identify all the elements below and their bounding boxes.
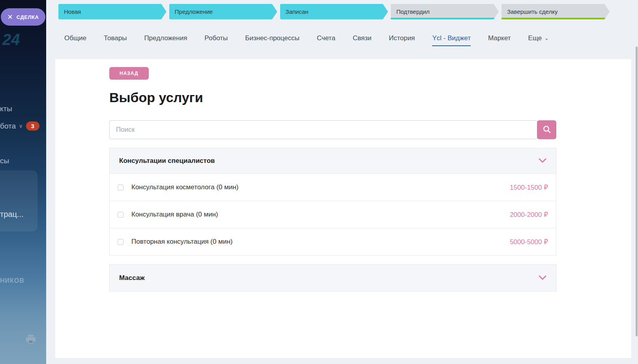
tab-robots[interactable]: Роботы bbox=[204, 34, 228, 44]
tab-ycl-widget[interactable]: Ycl - Виджет bbox=[432, 34, 471, 46]
sidebar-item-employees: НИКОВ bbox=[0, 277, 24, 284]
service-name: Повторная консультация (0 мин) bbox=[131, 238, 510, 246]
category-massage: Массаж bbox=[109, 264, 556, 291]
sidebar-item-work[interactable]: бота ∨ 3 bbox=[0, 121, 39, 131]
stage-offer[interactable]: Предложение bbox=[169, 4, 277, 19]
category-header[interactable]: Массаж bbox=[110, 265, 556, 291]
service-checkbox[interactable] bbox=[118, 239, 123, 245]
chevron-down-icon: ∨ bbox=[19, 123, 23, 129]
stage-label: Предложение bbox=[175, 8, 213, 15]
back-button[interactable]: НАЗАД bbox=[109, 67, 149, 80]
stage-close-deal[interactable]: Завершить сделку bbox=[501, 4, 610, 19]
tab-links[interactable]: Связи bbox=[353, 34, 372, 44]
sidebar-panel[interactable]: трац... bbox=[0, 170, 37, 231]
tab-history[interactable]: История bbox=[389, 34, 415, 44]
notification-badge: 3 bbox=[26, 121, 39, 131]
search-input[interactable] bbox=[109, 120, 537, 139]
service-price: 5000-5000 ₽ bbox=[510, 238, 548, 246]
app-sidebar: 24 кты бота ∨ 3 сы трац... НИКОВ bbox=[0, 0, 46, 364]
stage-color-indicator bbox=[501, 18, 610, 19]
category-title: Массаж bbox=[119, 274, 144, 282]
stage-label: Новая bbox=[64, 8, 81, 15]
tab-invoices[interactable]: Счета bbox=[317, 34, 335, 44]
tab-products[interactable]: Товары bbox=[104, 34, 127, 44]
search-icon bbox=[543, 125, 551, 135]
deal-slider-badge[interactable]: ✕ СДЕЛКА bbox=[1, 8, 45, 26]
tab-quotes[interactable]: Предложения bbox=[144, 34, 187, 44]
service-name: Консультация врача (0 мин) bbox=[131, 211, 510, 218]
vertical-scrollbar[interactable] bbox=[636, 47, 638, 336]
deal-badge-label: СДЕЛКА bbox=[17, 14, 39, 20]
search-button[interactable] bbox=[537, 120, 556, 139]
stage-new[interactable]: Новая bbox=[58, 4, 167, 19]
stage-label: Записан bbox=[286, 8, 309, 15]
category-header[interactable]: Консультации специалистов bbox=[110, 148, 556, 174]
tab-general[interactable]: Общие bbox=[64, 34, 86, 44]
service-price: 2000-2000 ₽ bbox=[510, 211, 548, 219]
stage-confirmed[interactable]: Подтвердил bbox=[391, 4, 499, 19]
bitrix-logo: 24 bbox=[2, 31, 20, 49]
sidebar-item-migration: трац... bbox=[0, 210, 24, 219]
deal-stage-bar: Новая Предложение Записан Подтвердил Зав… bbox=[58, 4, 610, 19]
deal-tabs: Общие Товары Предложения Роботы Бизнес-п… bbox=[64, 30, 548, 49]
tab-market[interactable]: Маркет bbox=[488, 34, 511, 44]
search-bar bbox=[109, 120, 556, 139]
service-price: 1500-1500 ₽ bbox=[510, 183, 548, 192]
sidebar-item-contacts[interactable]: кты bbox=[0, 105, 12, 113]
service-checkbox[interactable] bbox=[118, 212, 123, 218]
printer-icon[interactable] bbox=[26, 335, 36, 346]
category-consultations: Консультации специалистов Консультация к… bbox=[109, 148, 556, 256]
tab-more[interactable]: Еще ⌄ bbox=[528, 34, 549, 44]
category-title: Консультации специалистов bbox=[119, 157, 215, 165]
service-row[interactable]: Консультация косметолога (0 мин) 1500-15… bbox=[110, 174, 556, 201]
stage-booked[interactable]: Записан bbox=[280, 4, 388, 19]
close-icon[interactable]: ✕ bbox=[7, 14, 13, 21]
tab-business-processes[interactable]: Бизнес-процессы bbox=[245, 34, 299, 44]
stage-label: Завершить сделку bbox=[507, 8, 558, 15]
chevron-down-icon: ⌄ bbox=[544, 35, 548, 41]
sidebar-item-work-label: бота bbox=[0, 122, 16, 131]
service-row[interactable]: Повторная консультация (0 мин) 5000-5000… bbox=[110, 228, 556, 255]
service-name: Консультация косметолога (0 мин) bbox=[131, 183, 510, 191]
chevron-down-icon[interactable] bbox=[539, 274, 546, 282]
widget-panel: НАЗАД Выбор услуги Консультации специали… bbox=[55, 59, 631, 358]
stage-label: Подтвердил bbox=[396, 8, 429, 15]
service-row[interactable]: Консультация врача (0 мин) 2000-2000 ₽ bbox=[110, 201, 556, 228]
stage-color-indicator bbox=[391, 18, 499, 19]
service-checkbox[interactable] bbox=[118, 185, 123, 190]
chevron-down-icon[interactable] bbox=[539, 157, 546, 164]
sidebar-item-processes[interactable]: сы bbox=[0, 157, 9, 165]
tab-more-label: Еще bbox=[528, 34, 542, 42]
page-title: Выбор услуги bbox=[109, 90, 556, 105]
